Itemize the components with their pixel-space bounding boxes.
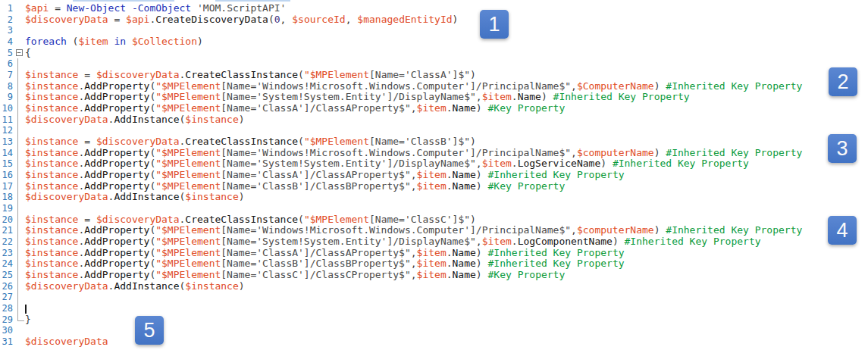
code-line-6[interactable]: 6	[0, 58, 868, 70]
code-line-9[interactable]: 9$instance.AddProperty("$MPElement[Name=…	[0, 92, 868, 103]
line-number: 13	[0, 136, 13, 148]
callout-badge-1: 1	[480, 10, 509, 39]
code-text: $instance.AddProperty("$MPElement[Name='…	[25, 248, 868, 259]
code-line-26[interactable]: 26$discoveryData.AddInstance($instance)	[0, 281, 868, 292]
code-line-30[interactable]: 30	[0, 325, 868, 336]
code-text: $instance.AddProperty("$MPElement[Name='…	[25, 236, 868, 248]
line-number: 14	[0, 148, 13, 159]
code-line-21[interactable]: 21$instance.AddProperty("$MPElement[Name…	[0, 225, 868, 236]
line-number: 17	[0, 181, 13, 192]
line-number: 22	[0, 236, 13, 248]
callout-badge-3: 3	[828, 134, 857, 163]
code-text: $discoveryData.AddInstance($instance)	[25, 281, 868, 292]
line-number: 31	[0, 336, 13, 348]
code-line-10[interactable]: 10$instance.AddProperty("$MPElement[Name…	[0, 103, 868, 114]
code-line-22[interactable]: 22$instance.AddProperty("$MPElement[Name…	[0, 236, 868, 248]
fold-collapse-icon[interactable]: −	[16, 49, 23, 56]
code-line-28[interactable]: 28	[0, 303, 868, 314]
selection-artifact	[215, 0, 290, 2]
code-line-25[interactable]: 25$instance.AddProperty("$MPElement[Name…	[0, 270, 868, 281]
line-number: 15	[0, 158, 13, 170]
line-number: 8	[0, 81, 13, 92]
code-line-4[interactable]: 4foreach ($item in $Collection)	[0, 36, 868, 48]
code-line-1[interactable]: 1$api = New-Object -ComObject 'MOM.Scrip…	[0, 3, 868, 14]
line-number: 7	[0, 70, 13, 81]
callout-badge-2: 2	[829, 67, 857, 96]
code-text: $api = New-Object -ComObject 'MOM.Script…	[25, 3, 868, 14]
code-text: $discoveryData = $api.CreateDiscoveryDat…	[25, 14, 868, 26]
selection-artifact	[73, 0, 174, 2]
line-number: 9	[0, 92, 13, 103]
line-number: 5	[0, 48, 13, 59]
code-line-8[interactable]: 8$instance.AddProperty("$MPElement[Name=…	[0, 81, 868, 92]
code-text: $instance = $discoveryData.CreateClassIn…	[25, 136, 868, 148]
line-number: 28	[0, 303, 13, 314]
code-text: $instance = $discoveryData.CreateClassIn…	[25, 70, 868, 81]
code-text: $instance.AddProperty("$MPElement[Name='…	[25, 92, 868, 103]
code-line-2[interactable]: 2$discoveryData = $api.CreateDiscoveryDa…	[0, 14, 868, 26]
code-line-16[interactable]: 16$instance.AddProperty("$MPElement[Name…	[0, 170, 868, 181]
line-number: 19	[0, 203, 13, 214]
line-number: 1	[0, 3, 13, 14]
code-text: $instance.AddProperty("$MPElement[Name='…	[25, 270, 868, 281]
code-line-24[interactable]: 24$instance.AddProperty("$MPElement[Name…	[0, 258, 868, 270]
line-number: 24	[0, 258, 13, 270]
code-line-5[interactable]: 5−{	[0, 48, 868, 59]
line-number: 11	[0, 114, 13, 126]
line-number: 27	[0, 292, 13, 303]
code-line-19[interactable]: 19	[0, 203, 868, 214]
line-number: 3	[0, 25, 13, 36]
code-line-27[interactable]: 27	[0, 292, 868, 303]
line-number: 12	[0, 125, 13, 136]
callout-badge-4: 4	[828, 216, 857, 245]
code-line-23[interactable]: 23$instance.AddProperty("$MPElement[Name…	[0, 248, 868, 259]
code-text: $discoveryData.AddInstance($instance)	[25, 114, 868, 126]
line-number: 25	[0, 270, 13, 281]
line-number: 10	[0, 103, 13, 114]
code-text: $instance.AddProperty("$MPElement[Name='…	[25, 103, 868, 114]
code-line-14[interactable]: 14$instance.AddProperty("$MPElement[Name…	[0, 148, 868, 159]
code-editor[interactable]: 1$api = New-Object -ComObject 'MOM.Scrip…	[0, 0, 868, 350]
code-line-13[interactable]: 13$instance = $discoveryData.CreateClass…	[0, 136, 868, 148]
fold-column: −	[13, 48, 25, 59]
code-text	[25, 303, 868, 314]
line-number: 26	[0, 281, 13, 292]
code-text: $instance.AddProperty("$MPElement[Name='…	[25, 148, 868, 159]
line-number: 2	[0, 14, 13, 26]
code-line-31[interactable]: 31$discoveryData	[0, 336, 868, 348]
callout-badge-5: 5	[135, 316, 164, 345]
code-text: $instance.AddProperty("$MPElement[Name='…	[25, 158, 868, 170]
code-line-17[interactable]: 17$instance.AddProperty("$MPElement[Name…	[0, 181, 868, 192]
code-text: $discoveryData.AddInstance($instance)	[25, 192, 868, 203]
code-line-18[interactable]: 18$discoveryData.AddInstance($instance)	[0, 192, 868, 203]
code-text: $instance.AddProperty("$MPElement[Name='…	[25, 258, 868, 270]
code-text: $instance.AddProperty("$MPElement[Name='…	[25, 170, 868, 181]
code-text: $instance.AddProperty("$MPElement[Name='…	[25, 81, 868, 92]
code-line-7[interactable]: 7$instance = $discoveryData.CreateClassI…	[0, 70, 868, 81]
code-area: 1$api = New-Object -ComObject 'MOM.Scrip…	[0, 3, 868, 348]
line-number: 20	[0, 214, 13, 226]
line-number: 6	[0, 58, 13, 70]
line-number: 4	[0, 36, 13, 48]
line-number: 21	[0, 225, 13, 236]
code-line-11[interactable]: 11$discoveryData.AddInstance($instance)	[0, 114, 868, 126]
code-line-3[interactable]: 3	[0, 25, 868, 36]
line-number: 30	[0, 325, 13, 336]
code-text: foreach ($item in $Collection)	[25, 36, 868, 48]
code-line-20[interactable]: 20$instance = $discoveryData.CreateClass…	[0, 214, 868, 226]
text-cursor	[25, 305, 27, 314]
code-text: $instance = $discoveryData.CreateClassIn…	[25, 214, 868, 226]
code-text: {	[25, 48, 868, 59]
code-line-15[interactable]: 15$instance.AddProperty("$MPElement[Name…	[0, 158, 868, 170]
code-line-12[interactable]: 12	[0, 125, 868, 136]
line-number: 23	[0, 248, 13, 259]
code-text: $instance.AddProperty("$MPElement[Name='…	[25, 225, 868, 236]
code-line-29[interactable]: 29}	[0, 314, 868, 326]
line-number: 29	[0, 314, 13, 326]
line-number: 18	[0, 192, 13, 203]
line-number: 16	[0, 170, 13, 181]
code-text: $instance.AddProperty("$MPElement[Name='…	[25, 181, 868, 192]
